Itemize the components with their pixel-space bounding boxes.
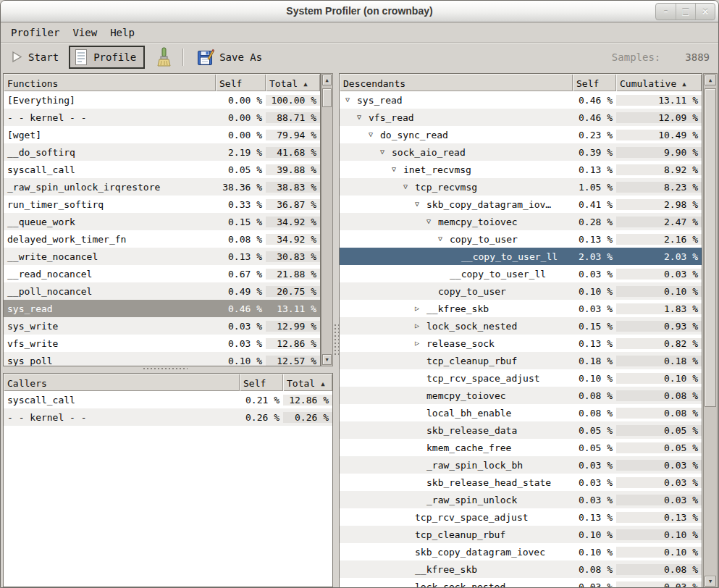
save-as-button[interactable]: Save As bbox=[191, 46, 268, 69]
profile-button[interactable]: Profile bbox=[69, 46, 145, 69]
table-row[interactable]: syscall_call0.21 %12.86 % bbox=[4, 391, 332, 408]
expander-open-icon[interactable]: ▽ bbox=[426, 218, 438, 225]
expander-closed-icon[interactable]: ▷ bbox=[415, 305, 426, 312]
self-column-header[interactable]: Self bbox=[240, 374, 283, 391]
table-row[interactable]: memcpy_toiovec0.08 %0.08 % bbox=[340, 387, 702, 404]
table-row[interactable]: ▽sys_read0.46 %13.11 % bbox=[340, 91, 702, 109]
table-row[interactable]: __copy_to_user_ll0.03 %0.03 % bbox=[340, 265, 702, 282]
scroll-down-button[interactable]: ▼ bbox=[322, 354, 332, 365]
table-row[interactable]: run_timer_softirq0.33 %36.87 % bbox=[4, 196, 320, 213]
menu-view[interactable]: View bbox=[66, 25, 104, 41]
table-row[interactable]: - - kernel - -0.26 %0.26 % bbox=[4, 408, 332, 426]
minimize-button[interactable]: – bbox=[656, 4, 676, 20]
table-row[interactable]: - - kernel - -0.00 %88.71 % bbox=[4, 109, 320, 126]
expander-open-icon[interactable]: ▽ bbox=[345, 96, 357, 104]
table-row[interactable]: vfs_write0.03 %12.86 % bbox=[4, 335, 320, 352]
table-row[interactable]: __poll_nocancel0.49 %20.75 % bbox=[4, 282, 320, 300]
table-row[interactable]: ▷release_sock0.13 %0.82 % bbox=[340, 335, 702, 352]
cumulative-column-header[interactable]: Cumulative ▲ bbox=[616, 74, 702, 91]
menu-help[interactable]: Help bbox=[104, 25, 141, 41]
expander-closed-icon[interactable]: ▷ bbox=[415, 322, 426, 329]
sort-ascending-icon: ▲ bbox=[303, 80, 307, 88]
table-row[interactable]: ▽inet_recvmsg0.13 %8.92 % bbox=[340, 161, 702, 178]
table-row[interactable]: skb_release_head_state0.03 %0.03 % bbox=[340, 474, 702, 491]
functions-scrollbar[interactable]: ▲ ▼ bbox=[321, 73, 333, 366]
vertical-splitter-grip[interactable] bbox=[334, 324, 339, 357]
table-row[interactable]: tcp_rcv_space_adjust0.10 %0.10 % bbox=[340, 369, 702, 387]
table-row[interactable]: skb_release_data0.05 %0.05 % bbox=[340, 421, 702, 439]
functions-column-header[interactable]: Functions bbox=[4, 74, 216, 91]
function-name: syscall_call bbox=[7, 395, 75, 406]
table-row[interactable]: tcp_cleanup_rbuf0.18 %0.18 % bbox=[340, 352, 702, 369]
table-row[interactable]: syscall_call0.05 %39.88 % bbox=[4, 161, 320, 178]
total-percent-cell: 12.99 % bbox=[266, 321, 320, 332]
table-row[interactable]: _raw_spin_unlock_irqrestore38.36 %38.83 … bbox=[4, 178, 320, 196]
row-name-cell: tcp_rcv_space_adjust bbox=[340, 512, 573, 523]
table-row[interactable]: sys_read0.46 %13.11 % bbox=[4, 300, 320, 317]
table-row[interactable]: ▽sock_aio_read0.39 %9.90 % bbox=[340, 143, 702, 161]
table-row[interactable]: ▽tcp_recvmsg1.05 %8.23 % bbox=[340, 178, 702, 196]
horizontal-splitter-grip[interactable] bbox=[143, 367, 188, 371]
total-column-header[interactable]: Total ▲ bbox=[266, 74, 320, 91]
table-row[interactable]: ▷__kfree_skb0.03 %1.83 % bbox=[340, 300, 702, 317]
table-row[interactable]: ▽do_sync_read0.23 %10.49 % bbox=[340, 126, 702, 143]
total-column-header[interactable]: Total ▲ bbox=[283, 374, 332, 391]
function-name: [Everything] bbox=[7, 95, 75, 106]
table-row[interactable]: kmem_cache_free0.05 %0.05 % bbox=[340, 439, 702, 456]
table-row[interactable]: skb_copy_datagram_iovec0.10 %0.10 % bbox=[340, 543, 702, 560]
table-row[interactable]: copy_to_user0.10 %0.10 % bbox=[340, 282, 702, 300]
scroll-up-button[interactable]: ▲ bbox=[322, 75, 332, 85]
table-row[interactable]: tcp_cleanup_rbuf0.10 %0.10 % bbox=[340, 526, 702, 543]
titlebar[interactable]: System Profiler (on crownbay) – □ × bbox=[1, 1, 718, 22]
table-row[interactable]: delayed_work_timer_fn0.08 %34.92 % bbox=[4, 230, 320, 248]
reset-button[interactable] bbox=[149, 44, 178, 70]
table-row[interactable]: __do_softirq2.19 %41.68 % bbox=[4, 143, 320, 161]
total-percent-cell: 2.47 % bbox=[616, 217, 702, 227]
table-row[interactable]: [wget]0.00 %79.94 % bbox=[4, 126, 320, 143]
table-row[interactable]: ▽vfs_read0.46 %12.09 % bbox=[340, 109, 702, 126]
function-name: tcp_rcv_space_adjust bbox=[426, 373, 540, 384]
self-percent-cell: 0.28 % bbox=[573, 217, 616, 227]
table-row[interactable]: ▽copy_to_user0.13 %2.16 % bbox=[340, 230, 702, 248]
callers-column-header[interactable]: Callers bbox=[4, 374, 240, 391]
table-row[interactable]: _raw_spin_unlock0.03 %0.03 % bbox=[340, 491, 702, 508]
descendants-scrollbar[interactable]: ▲ ▼ bbox=[703, 73, 718, 588]
table-row[interactable]: _raw_spin_lock_bh0.03 %0.03 % bbox=[340, 456, 702, 474]
table-row[interactable]: ▽memcpy_toiovec0.28 %2.47 % bbox=[340, 213, 702, 230]
table-row[interactable]: local_bh_enable0.08 %0.08 % bbox=[340, 404, 702, 421]
scroll-down-button[interactable]: ▼ bbox=[705, 576, 716, 587]
self-column-header[interactable]: Self bbox=[573, 74, 616, 91]
table-row[interactable]: ▷lock_sock_nested0.15 %0.93 % bbox=[340, 317, 702, 335]
expander-open-icon[interactable]: ▽ bbox=[369, 131, 380, 138]
table-row[interactable]: __kfree_skb0.08 %0.08 % bbox=[340, 560, 702, 578]
expander-open-icon[interactable]: ▽ bbox=[392, 166, 403, 173]
maximize-button[interactable]: □ bbox=[676, 4, 695, 20]
scrollbar-thumb[interactable] bbox=[322, 88, 332, 107]
table-row[interactable]: __copy_to_user_ll2.03 %2.03 % bbox=[340, 248, 702, 265]
scrollbar-thumb[interactable] bbox=[705, 88, 716, 407]
table-row[interactable]: sys_poll0.10 %12.57 % bbox=[4, 352, 320, 366]
total-percent-cell: 8.92 % bbox=[616, 164, 702, 175]
table-row[interactable]: [Everything]0.00 %100.00 % bbox=[4, 91, 320, 109]
table-row[interactable]: __queue_work0.15 %34.92 % bbox=[4, 213, 320, 230]
table-row[interactable]: __write_nocancel0.13 %30.83 % bbox=[4, 248, 320, 265]
close-button[interactable]: × bbox=[695, 4, 715, 20]
row-name-cell: sys_poll bbox=[4, 356, 216, 366]
expander-open-icon[interactable]: ▽ bbox=[357, 114, 369, 121]
descendants-column-header[interactable]: Descendants bbox=[340, 74, 573, 91]
scroll-up-button[interactable]: ▲ bbox=[705, 75, 716, 85]
tree-indent bbox=[343, 291, 426, 292]
table-row[interactable]: lock_sock_nested0.03 %0.03 % bbox=[340, 578, 702, 588]
table-row[interactable]: sys_write0.03 %12.99 % bbox=[4, 317, 320, 335]
expander-open-icon[interactable]: ▽ bbox=[380, 148, 392, 156]
self-column-header[interactable]: Self bbox=[216, 74, 266, 91]
expander-open-icon[interactable]: ▽ bbox=[415, 201, 426, 208]
expander-open-icon[interactable]: ▽ bbox=[438, 235, 450, 243]
table-row[interactable]: __read_nocancel0.67 %21.88 % bbox=[4, 265, 320, 282]
table-row[interactable]: tcp_rcv_space_adjust0.13 %0.13 % bbox=[340, 508, 702, 526]
menu-profiler[interactable]: Profiler bbox=[4, 25, 66, 41]
expander-open-icon[interactable]: ▽ bbox=[403, 183, 415, 190]
expander-closed-icon[interactable]: ▷ bbox=[415, 340, 426, 347]
start-button[interactable]: Start bbox=[5, 48, 64, 66]
table-row[interactable]: ▽skb_copy_datagram_iov…0.41 %2.98 % bbox=[340, 196, 702, 213]
